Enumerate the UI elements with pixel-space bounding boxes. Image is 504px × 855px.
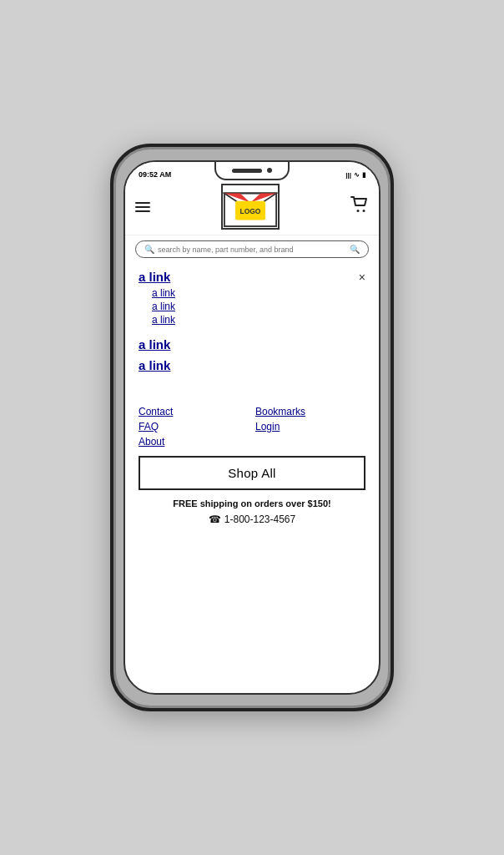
nav-sub-link-1-1[interactable]: a link — [139, 287, 365, 299]
secondary-nav: Contact Bookmarks FAQ Login About — [139, 406, 365, 448]
search-input[interactable] — [158, 245, 350, 254]
notch — [214, 162, 290, 180]
faq-link[interactable]: FAQ — [139, 421, 249, 433]
bottom-info: FREE shipping on orders over $150! ☎ 1-8… — [139, 498, 365, 525]
contact-link[interactable]: Contact — [139, 406, 249, 417]
nav-group-1: a link × a link a link a link — [139, 270, 365, 326]
nav-main-link-3[interactable]: a link — [139, 358, 365, 372]
wifi-icon: ∿ — [354, 171, 360, 179]
nav-sub-link-1-3[interactable]: a link — [139, 314, 365, 326]
phone-screen: 09:52 AM ||| ∿ ▮ — [123, 160, 381, 695]
divider — [139, 386, 365, 399]
status-icons: ||| ∿ ▮ — [345, 171, 365, 179]
phone-number: ☎ 1-800-123-4567 — [139, 514, 365, 525]
logo-svg: LOGO — [223, 185, 278, 229]
shop-all-button[interactable]: Shop All — [139, 456, 365, 490]
phone-icon: ☎ — [209, 514, 221, 525]
svg-text:LOGO: LOGO — [240, 207, 261, 215]
cart-button[interactable] — [350, 196, 369, 217]
speaker — [232, 169, 262, 173]
nav-main-link-2[interactable]: a link — [139, 337, 365, 352]
svg-point-7 — [363, 210, 365, 212]
nav-sub-link-1-2[interactable]: a link — [139, 301, 365, 312]
battery-icon: ▮ — [362, 171, 365, 179]
main-content: a link × a link a link a link a link a l… — [125, 263, 379, 693]
search-bar: 🔍 🔍 — [125, 235, 379, 263]
camera — [267, 168, 272, 173]
nav-main-link-1[interactable]: a link — [139, 270, 170, 284]
nav-group-3: a link — [139, 358, 365, 372]
shipping-promo: FREE shipping on orders over $150! — [139, 498, 365, 508]
search-icon-right: 🔍 — [350, 245, 360, 254]
close-button[interactable]: × — [359, 271, 365, 284]
phone-device: 09:52 AM ||| ∿ ▮ — [110, 144, 394, 711]
logo[interactable]: LOGO — [221, 184, 280, 230]
nav-section: a link × a link a link a link a link a l… — [139, 270, 365, 379]
about-link[interactable]: About — [139, 436, 249, 448]
svg-point-6 — [357, 210, 360, 212]
search-icon-left: 🔍 — [144, 245, 154, 254]
hamburger-menu-button[interactable] — [135, 202, 150, 212]
bookmarks-link[interactable]: Bookmarks — [255, 406, 365, 417]
nav-top-row: a link × — [139, 270, 365, 284]
login-link[interactable]: Login — [255, 421, 365, 433]
status-time: 09:52 AM — [139, 170, 171, 179]
nav-group-2: a link — [139, 337, 365, 352]
search-input-wrap[interactable]: 🔍 🔍 — [135, 240, 369, 258]
signal-icon: ||| — [345, 171, 351, 179]
phone-number-text: 1-800-123-4567 — [224, 514, 295, 525]
header: LOGO — [125, 180, 379, 235]
